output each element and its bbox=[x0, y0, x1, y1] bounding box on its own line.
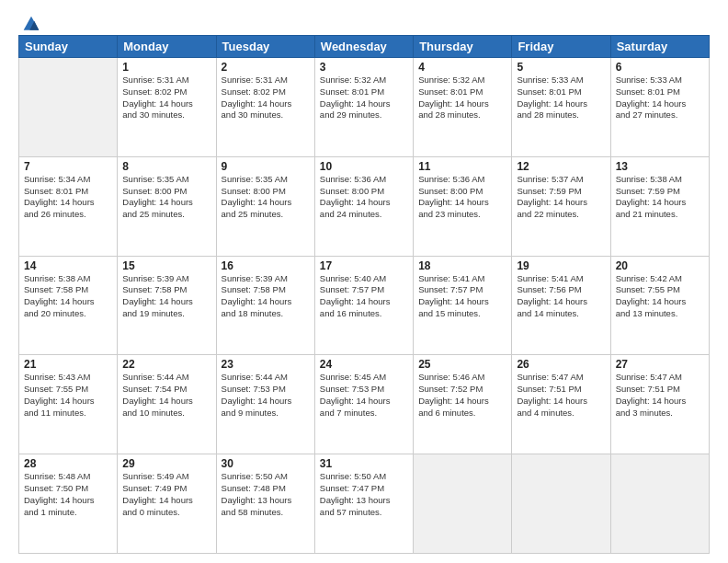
calendar-cell bbox=[610, 454, 709, 554]
page: SundayMondayTuesdayWednesdayThursdayFrid… bbox=[0, 0, 728, 563]
day-info: Sunrise: 5:42 AM Sunset: 7:55 PM Dayligh… bbox=[616, 273, 704, 320]
day-number: 22 bbox=[122, 358, 210, 371]
calendar-cell: 27Sunrise: 5:47 AM Sunset: 7:51 PM Dayli… bbox=[610, 355, 709, 454]
calendar-cell: 8Sunrise: 5:35 AM Sunset: 8:00 PM Daylig… bbox=[118, 156, 216, 256]
calendar-cell: 2Sunrise: 5:31 AM Sunset: 8:02 PM Daylig… bbox=[216, 58, 314, 157]
day-info: Sunrise: 5:44 AM Sunset: 7:53 PM Dayligh… bbox=[222, 372, 310, 419]
day-info: Sunrise: 5:41 AM Sunset: 7:57 PM Dayligh… bbox=[418, 273, 506, 320]
calendar-header-row: SundayMondayTuesdayWednesdayThursdayFrid… bbox=[19, 36, 710, 58]
day-number: 11 bbox=[418, 160, 506, 173]
day-number: 17 bbox=[320, 259, 408, 272]
day-number: 27 bbox=[616, 358, 704, 371]
day-number: 12 bbox=[517, 160, 605, 173]
day-info: Sunrise: 5:35 AM Sunset: 8:00 PM Dayligh… bbox=[122, 174, 210, 221]
day-info: Sunrise: 5:44 AM Sunset: 7:54 PM Dayligh… bbox=[122, 372, 210, 419]
day-info: Sunrise: 5:38 AM Sunset: 7:59 PM Dayligh… bbox=[616, 174, 704, 221]
day-number: 23 bbox=[222, 358, 310, 371]
day-info: Sunrise: 5:31 AM Sunset: 8:02 PM Dayligh… bbox=[222, 75, 310, 121]
calendar-cell: 13Sunrise: 5:38 AM Sunset: 7:59 PM Dayli… bbox=[610, 156, 709, 256]
day-number: 8 bbox=[122, 160, 210, 173]
day-number: 24 bbox=[320, 358, 408, 371]
day-info: Sunrise: 5:46 AM Sunset: 7:52 PM Dayligh… bbox=[418, 372, 506, 419]
day-number: 6 bbox=[616, 61, 704, 74]
day-number: 9 bbox=[222, 160, 310, 173]
calendar-cell: 18Sunrise: 5:41 AM Sunset: 7:57 PM Dayli… bbox=[414, 256, 512, 355]
logo bbox=[18, 15, 40, 28]
day-info: Sunrise: 5:43 AM Sunset: 7:55 PM Dayligh… bbox=[24, 372, 112, 419]
header bbox=[18, 15, 710, 28]
calendar-cell: 24Sunrise: 5:45 AM Sunset: 7:53 PM Dayli… bbox=[314, 355, 413, 454]
calendar-cell: 20Sunrise: 5:42 AM Sunset: 7:55 PM Dayli… bbox=[610, 256, 709, 355]
calendar-cell: 3Sunrise: 5:32 AM Sunset: 8:01 PM Daylig… bbox=[314, 58, 413, 157]
day-info: Sunrise: 5:32 AM Sunset: 8:01 PM Dayligh… bbox=[320, 75, 408, 121]
day-info: Sunrise: 5:31 AM Sunset: 8:02 PM Dayligh… bbox=[122, 75, 210, 121]
calendar-cell: 30Sunrise: 5:50 AM Sunset: 7:48 PM Dayli… bbox=[216, 454, 314, 554]
day-info: Sunrise: 5:50 AM Sunset: 7:48 PM Dayligh… bbox=[222, 471, 310, 518]
day-info: Sunrise: 5:48 AM Sunset: 7:50 PM Dayligh… bbox=[24, 471, 112, 518]
day-number: 1 bbox=[122, 61, 210, 74]
calendar-cell: 16Sunrise: 5:39 AM Sunset: 7:58 PM Dayli… bbox=[216, 256, 314, 355]
calendar-cell: 22Sunrise: 5:44 AM Sunset: 7:54 PM Dayli… bbox=[118, 355, 216, 454]
calendar-header-wednesday: Wednesday bbox=[314, 36, 413, 58]
calendar-header-friday: Friday bbox=[512, 36, 610, 58]
day-info: Sunrise: 5:39 AM Sunset: 7:58 PM Dayligh… bbox=[122, 273, 210, 320]
calendar-cell: 1Sunrise: 5:31 AM Sunset: 8:02 PM Daylig… bbox=[118, 58, 216, 157]
day-info: Sunrise: 5:40 AM Sunset: 7:57 PM Dayligh… bbox=[320, 273, 408, 320]
day-info: Sunrise: 5:35 AM Sunset: 8:00 PM Dayligh… bbox=[222, 174, 310, 221]
calendar-cell bbox=[19, 58, 118, 157]
day-info: Sunrise: 5:45 AM Sunset: 7:53 PM Dayligh… bbox=[320, 372, 408, 419]
calendar-cell: 28Sunrise: 5:48 AM Sunset: 7:50 PM Dayli… bbox=[19, 454, 118, 554]
day-number: 2 bbox=[222, 61, 310, 74]
calendar-week-row: 21Sunrise: 5:43 AM Sunset: 7:55 PM Dayli… bbox=[19, 355, 710, 454]
day-info: Sunrise: 5:33 AM Sunset: 8:01 PM Dayligh… bbox=[517, 75, 605, 121]
calendar-cell: 26Sunrise: 5:47 AM Sunset: 7:51 PM Dayli… bbox=[512, 355, 610, 454]
day-info: Sunrise: 5:36 AM Sunset: 8:00 PM Dayligh… bbox=[320, 174, 408, 221]
day-number: 31 bbox=[320, 457, 408, 470]
calendar-cell: 12Sunrise: 5:37 AM Sunset: 7:59 PM Dayli… bbox=[512, 156, 610, 256]
day-number: 18 bbox=[418, 259, 506, 272]
day-info: Sunrise: 5:39 AM Sunset: 7:58 PM Dayligh… bbox=[222, 273, 310, 320]
calendar-cell bbox=[414, 454, 512, 554]
calendar-header-saturday: Saturday bbox=[610, 36, 709, 58]
calendar-cell: 21Sunrise: 5:43 AM Sunset: 7:55 PM Dayli… bbox=[19, 355, 118, 454]
day-number: 28 bbox=[24, 457, 112, 470]
day-info: Sunrise: 5:37 AM Sunset: 7:59 PM Dayligh… bbox=[517, 174, 605, 221]
calendar-cell: 4Sunrise: 5:32 AM Sunset: 8:01 PM Daylig… bbox=[414, 58, 512, 157]
day-number: 25 bbox=[418, 358, 506, 371]
day-number: 4 bbox=[418, 61, 506, 74]
day-info: Sunrise: 5:32 AM Sunset: 8:01 PM Dayligh… bbox=[418, 75, 506, 121]
day-number: 20 bbox=[616, 259, 704, 272]
calendar-cell: 5Sunrise: 5:33 AM Sunset: 8:01 PM Daylig… bbox=[512, 58, 610, 157]
calendar-cell: 9Sunrise: 5:35 AM Sunset: 8:00 PM Daylig… bbox=[216, 156, 314, 256]
calendar-header-sunday: Sunday bbox=[19, 36, 118, 58]
calendar-header-thursday: Thursday bbox=[414, 36, 512, 58]
day-number: 30 bbox=[222, 457, 310, 470]
day-number: 14 bbox=[24, 259, 112, 272]
logo-icon bbox=[22, 15, 40, 33]
day-number: 21 bbox=[24, 358, 112, 371]
calendar-cell bbox=[512, 454, 610, 554]
day-info: Sunrise: 5:49 AM Sunset: 7:49 PM Dayligh… bbox=[122, 471, 210, 518]
calendar-header-monday: Monday bbox=[118, 36, 216, 58]
calendar-cell: 31Sunrise: 5:50 AM Sunset: 7:47 PM Dayli… bbox=[314, 454, 413, 554]
day-info: Sunrise: 5:36 AM Sunset: 8:00 PM Dayligh… bbox=[418, 174, 506, 221]
calendar-cell: 17Sunrise: 5:40 AM Sunset: 7:57 PM Dayli… bbox=[314, 256, 413, 355]
day-number: 13 bbox=[616, 160, 704, 173]
calendar-cell: 7Sunrise: 5:34 AM Sunset: 8:01 PM Daylig… bbox=[19, 156, 118, 256]
day-number: 10 bbox=[320, 160, 408, 173]
day-info: Sunrise: 5:34 AM Sunset: 8:01 PM Dayligh… bbox=[24, 174, 112, 221]
calendar-header-tuesday: Tuesday bbox=[216, 36, 314, 58]
calendar-cell: 11Sunrise: 5:36 AM Sunset: 8:00 PM Dayli… bbox=[414, 156, 512, 256]
day-number: 16 bbox=[222, 259, 310, 272]
calendar-table: SundayMondayTuesdayWednesdayThursdayFrid… bbox=[18, 35, 710, 554]
calendar-week-row: 1Sunrise: 5:31 AM Sunset: 8:02 PM Daylig… bbox=[19, 58, 710, 157]
day-info: Sunrise: 5:47 AM Sunset: 7:51 PM Dayligh… bbox=[616, 372, 704, 419]
day-info: Sunrise: 5:38 AM Sunset: 7:58 PM Dayligh… bbox=[24, 273, 112, 320]
calendar-week-row: 28Sunrise: 5:48 AM Sunset: 7:50 PM Dayli… bbox=[19, 454, 710, 554]
calendar-cell: 25Sunrise: 5:46 AM Sunset: 7:52 PM Dayli… bbox=[414, 355, 512, 454]
calendar-cell: 15Sunrise: 5:39 AM Sunset: 7:58 PM Dayli… bbox=[118, 256, 216, 355]
day-info: Sunrise: 5:33 AM Sunset: 8:01 PM Dayligh… bbox=[616, 75, 704, 121]
calendar-cell: 19Sunrise: 5:41 AM Sunset: 7:56 PM Dayli… bbox=[512, 256, 610, 355]
day-info: Sunrise: 5:50 AM Sunset: 7:47 PM Dayligh… bbox=[320, 471, 408, 518]
day-number: 29 bbox=[122, 457, 210, 470]
